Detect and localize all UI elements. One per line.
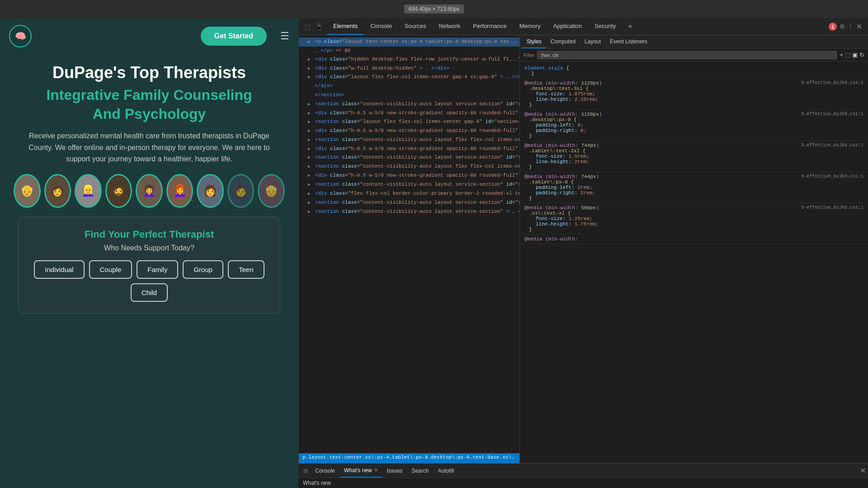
devtools-body: ▶ <p class="layout text-center xs:px-4 t…	[298, 35, 868, 463]
find-therapist-subtitle: Who Needs Support Today?	[32, 244, 266, 252]
avatar: 🧔	[105, 174, 132, 208]
html-line[interactable]: ▶ <div class="h-0.5 w-5/6 new-stroke-gra…	[299, 145, 519, 154]
close-whatsnew-icon[interactable]: ✕	[374, 467, 378, 473]
filter-input[interactable]	[537, 51, 837, 59]
html-line[interactable]: ▶ <div class="w-full desktop:hidden" > ……	[299, 64, 519, 73]
collapse-icon[interactable]: ▶	[308, 39, 310, 45]
close-bottom-panel-icon[interactable]: ✕	[860, 466, 866, 475]
avatar: 👴	[14, 174, 41, 208]
subtab-computed[interactable]: Computed	[546, 35, 580, 48]
toggle-classes-icon[interactable]: ▣	[852, 52, 858, 58]
filter-icons: + ⬚ ▣ ↻	[840, 52, 864, 58]
device-icon[interactable]: 📱	[313, 21, 325, 32]
individual-button[interactable]: Individual	[34, 260, 84, 279]
hero-section: DuPage's Top Therapists Integrative Fami…	[0, 54, 298, 488]
hamburger-menu-icon[interactable]: ☰	[280, 30, 289, 42]
style-block-media-2: @media (min-width: 1120px) 5-effective_K…	[520, 110, 868, 141]
teen-button[interactable]: Teen	[228, 260, 264, 279]
html-line[interactable]: ▶ <section class="content-visibility-aut…	[299, 198, 519, 207]
bottom-tabs: ⊟ Console What's new ✕ Issues Search Aut…	[298, 464, 868, 478]
therapy-buttons: Individual Couple Family Group Teen Chil…	[32, 260, 266, 302]
website-panel: 🧠 Get Started ☰ DuPage's Top Therapists …	[0, 18, 298, 488]
style-block-element: element.style { }	[520, 64, 868, 79]
child-button[interactable]: Child	[131, 283, 168, 302]
html-line[interactable]: ▶ <div class="h-0.5 w-5/6 new-stroke-gra…	[299, 127, 519, 136]
html-line[interactable]: </div>	[299, 82, 519, 91]
add-style-icon[interactable]: +	[840, 52, 843, 58]
refresh-icon[interactable]: ↻	[859, 52, 864, 58]
bottom-text: What's new	[303, 480, 331, 486]
settings-icon[interactable]: ⚙	[840, 23, 845, 30]
inspect-icon[interactable]: ⬚	[303, 21, 312, 32]
html-line[interactable]: ▶ <p class="layout text-center xs:px-4 t…	[299, 38, 519, 47]
html-line[interactable]: … </p> == $0	[299, 47, 519, 56]
main-content: 🧠 Get Started ☰ DuPage's Top Therapists …	[0, 18, 868, 488]
subtab-event-listeners[interactable]: Event Listeners	[605, 35, 652, 48]
tab-security[interactable]: Security	[588, 18, 622, 35]
couple-button[interactable]: Couple	[89, 260, 132, 279]
find-therapist-box: Find Your Perfect Therapist Who Needs Su…	[18, 217, 280, 314]
bottom-toggle-icon[interactable]: ⊟	[301, 468, 311, 474]
bottom-tab-search[interactable]: Search	[407, 464, 433, 478]
tab-memory[interactable]: Memory	[513, 18, 547, 35]
html-line[interactable]: ▶ <div class="h-0.5 w-5/6 new-stroke-gra…	[299, 171, 519, 180]
site-logo: 🧠	[9, 25, 32, 47]
logo-icon: 🧠	[9, 25, 32, 47]
html-line[interactable]: </section>	[299, 91, 519, 100]
html-line[interactable]: ▶ <section class="content-visibility-aut…	[299, 100, 519, 109]
html-line[interactable]: ▶ <section class="content-visibility-aut…	[299, 207, 519, 216]
tab-more[interactable]: »	[622, 18, 638, 35]
hero-title: DuPage's Top Therapists	[14, 63, 285, 82]
html-line[interactable]: ▶ <section class="content-visibility-aut…	[299, 180, 519, 189]
notification-badge: 1	[829, 23, 837, 31]
tab-sources[interactable]: Sources	[398, 18, 433, 35]
devtools-toolbar: ⬚ 📱 Elements Console Sources Network Per…	[298, 18, 868, 35]
styles-content[interactable]: element.style { } @media (min-width: 112…	[520, 61, 868, 463]
tab-network[interactable]: Network	[433, 18, 467, 35]
bottom-area: ⊟ Console What's new ✕ Issues Search Aut…	[298, 463, 868, 488]
bottom-content: What's new	[298, 478, 868, 488]
html-line[interactable]: ▶ <section class="content-visibility-aut…	[299, 136, 519, 145]
avatar: 👩	[44, 174, 71, 208]
tab-application[interactable]: Application	[547, 18, 589, 35]
get-started-button[interactable]: Get Started	[201, 27, 267, 46]
family-button[interactable]: Family	[137, 260, 178, 279]
close-devtools-icon[interactable]: ✕	[856, 22, 862, 31]
style-block-media-5: @media (min-width: 560px) 5-effective_Ku…	[520, 203, 868, 235]
top-bar: 694.40px × 713.60px	[0, 0, 868, 18]
tab-console[interactable]: Console	[364, 18, 398, 35]
html-line[interactable]: ▶ <div class="layout flex flex-col items…	[299, 73, 519, 82]
style-block-media-6: @media (min-width:	[520, 235, 868, 244]
styles-subtabs: Styles Computed Layout Event Listeners	[520, 35, 868, 49]
bottom-tab-whatsnew[interactable]: What's new ✕	[340, 464, 382, 478]
html-tree[interactable]: ▶ <p class="layout text-center xs:px-4 t…	[299, 35, 519, 453]
bottom-tab-console[interactable]: Console	[311, 464, 340, 478]
therapist-avatars: 👴 👩 👱‍♀️ 🧔 👩‍🦱 👩‍🦰 👩 🧑 👴	[14, 174, 285, 208]
more-options-icon[interactable]: ⋮	[848, 23, 854, 30]
avatar: 👱‍♀️	[75, 174, 102, 208]
tab-performance[interactable]: Performance	[467, 18, 513, 35]
html-line[interactable]: ▶ <div class="hidden desktop:flex flex-r…	[299, 55, 519, 64]
avatar: 👩‍🦰	[166, 174, 193, 208]
subtab-layout[interactable]: Layout	[580, 35, 605, 48]
hero-subtitle: Integrative Family CounselingAnd Psychol…	[14, 86, 285, 123]
subtab-styles[interactable]: Styles	[522, 35, 546, 48]
tab-elements[interactable]: Elements	[327, 18, 364, 35]
style-block-media-4: @media (min-width: 744px) 5-effective_Ku…	[520, 172, 868, 203]
toggle-filter-icon[interactable]: ⬚	[845, 52, 850, 58]
devtools-panel: ⬚ 📱 Elements Console Sources Network Per…	[298, 18, 868, 488]
devtools-path-bar: p.layout.text-center.xs\:px-4.tablet\:px…	[299, 453, 519, 463]
group-button[interactable]: Group	[183, 260, 223, 279]
html-line[interactable]: ▶ <section class="content-visibility-aut…	[299, 162, 519, 171]
html-line[interactable]: ▶ <section class="content-visibility-aut…	[299, 153, 519, 162]
avatar: 👩‍🦱	[136, 174, 163, 208]
html-line[interactable]: ▶ <div class="flex flex-col border-color…	[299, 189, 519, 198]
style-block-media-3: @media (min-width: 744px) 5-effective_Ku…	[520, 141, 868, 172]
bottom-tab-issues[interactable]: Issues	[382, 464, 407, 478]
bottom-tab-autofill[interactable]: Autofill	[433, 464, 458, 478]
hero-description: Receive personalized mental health care …	[18, 130, 280, 165]
filter-label: Filter	[524, 52, 534, 58]
avatar: 🧑	[227, 174, 255, 208]
html-line[interactable]: ▶ <div class="h-0.5 w-5/6 new-stroke-gra…	[299, 109, 519, 118]
html-line[interactable]: ▶ <section class="layout flex flex-col i…	[299, 117, 519, 127]
